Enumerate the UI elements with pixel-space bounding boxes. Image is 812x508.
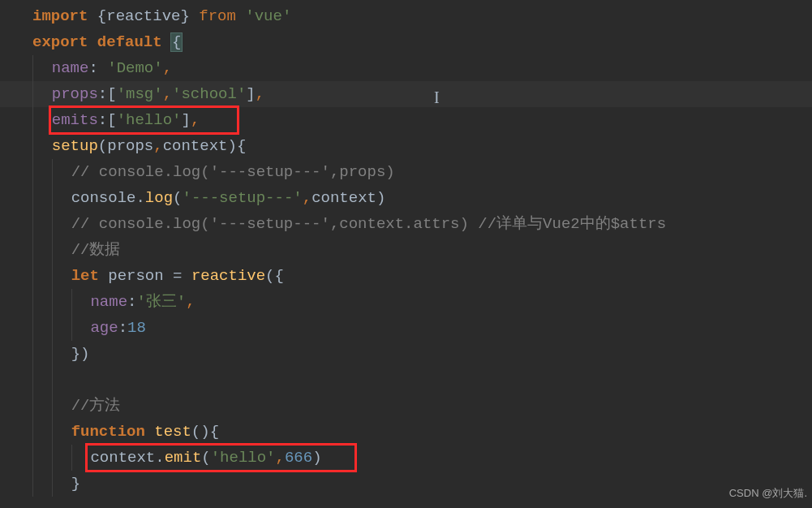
code-line: function test(){ [0, 419, 812, 445]
watermark-text: CSDN @刘大猫. [729, 480, 807, 506]
code-line: console.log('---setup---',context) [0, 185, 812, 211]
code-line: setup(props,context){ [0, 133, 812, 159]
code-line-current: props:['msg','school'], [0, 81, 812, 107]
matched-brace: { [170, 32, 183, 52]
code-line: // console.log('---setup---',props) [0, 159, 812, 185]
code-line: let person = reactive({ [0, 263, 812, 289]
code-line [0, 367, 812, 393]
code-editor[interactable]: import {reactive} from 'vue' export defa… [0, 0, 812, 508]
code-line: //数据 [0, 237, 812, 263]
code-line: }) [0, 341, 812, 367]
code-line: // console.log('---setup---',context.att… [0, 211, 812, 237]
code-line: name:'张三', [0, 289, 812, 315]
code-line: age:18 [0, 315, 812, 341]
code-line: //方法 [0, 393, 812, 419]
code-line: } [0, 471, 812, 497]
code-line: context.emit('hello',666) [0, 445, 812, 471]
text-cursor-icon: I [434, 84, 440, 110]
keyword-import: import [32, 7, 88, 25]
code-line: emits:['hello'], [0, 107, 812, 133]
code-line: name: 'Demo', [0, 55, 812, 81]
code-line: export default { [0, 29, 812, 55]
code-line: import {reactive} from 'vue' [0, 3, 812, 29]
